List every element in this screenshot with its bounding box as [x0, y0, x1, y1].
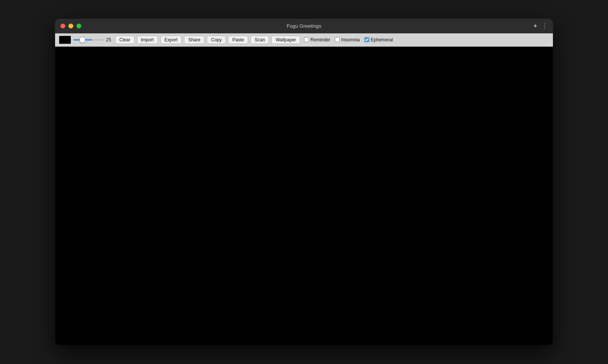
- title-bar: Fugu Greetings ✦ ⋮: [55, 19, 553, 33]
- insomnia-label[interactable]: Insomnia: [335, 37, 360, 43]
- extensions-icon[interactable]: ✦: [533, 22, 538, 30]
- share-button[interactable]: Share: [184, 36, 204, 44]
- ephemeral-label[interactable]: Ephemeral: [364, 37, 393, 43]
- minimize-button[interactable]: [68, 24, 73, 28]
- copy-button[interactable]: Copy: [207, 36, 226, 44]
- reminder-text: Reminder: [310, 37, 330, 43]
- toolbar: 25 Clear Import Export Share Copy Paste …: [55, 33, 553, 47]
- app-window: Fugu Greetings ✦ ⋮ 25 Clear Import Expor…: [55, 19, 553, 345]
- close-button[interactable]: [60, 24, 65, 28]
- menu-icon[interactable]: ⋮: [542, 22, 548, 30]
- scan-button[interactable]: Scan: [250, 36, 269, 44]
- color-swatch[interactable]: [59, 36, 71, 44]
- brush-size-slider[interactable]: [73, 39, 104, 41]
- ephemeral-checkbox[interactable]: [364, 37, 369, 42]
- canvas-area[interactable]: [55, 47, 553, 345]
- ephemeral-text: Ephemeral: [371, 37, 393, 43]
- paste-button[interactable]: Paste: [228, 36, 248, 44]
- export-button[interactable]: Export: [160, 36, 182, 44]
- window-title: Fugu Greetings: [287, 23, 321, 29]
- insomnia-text: Insomnia: [341, 37, 360, 43]
- reminder-checkbox[interactable]: [304, 37, 309, 42]
- slider-container: 25: [73, 37, 113, 43]
- title-bar-actions: ✦ ⋮: [533, 22, 548, 30]
- reminder-label[interactable]: Reminder: [304, 37, 330, 43]
- traffic-lights: [60, 24, 81, 28]
- insomnia-checkbox[interactable]: [335, 37, 340, 42]
- maximize-button[interactable]: [76, 24, 81, 28]
- slider-value: 25: [106, 37, 113, 43]
- checkbox-group: Reminder Insomnia Ephemeral: [304, 37, 393, 43]
- clear-button[interactable]: Clear: [115, 36, 135, 44]
- import-button[interactable]: Import: [137, 36, 158, 44]
- wallpaper-button[interactable]: Wallpaper: [271, 36, 300, 44]
